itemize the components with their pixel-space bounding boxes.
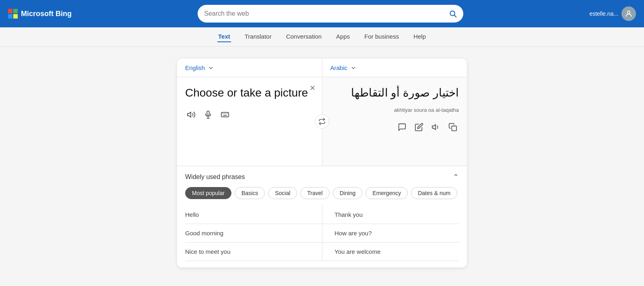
main-content: English Arabic Choose or take a picture …	[0, 47, 644, 280]
phrase-item[interactable]: Thank you	[322, 206, 459, 224]
edit-icon	[415, 123, 423, 132]
search-input[interactable]	[204, 10, 445, 17]
svg-rect-7	[221, 112, 229, 117]
target-text-phonetic: akhtiyar soura oa al-taqatha	[330, 107, 459, 113]
search-icon	[449, 10, 457, 18]
svg-marker-13	[432, 124, 436, 130]
tag-basics[interactable]: Basics	[235, 187, 265, 199]
source-text: Choose or take a picture	[185, 85, 314, 101]
source-lang-label: English	[185, 64, 205, 71]
nav-item-text[interactable]: Text	[217, 31, 231, 42]
lang-row: English Arabic	[177, 59, 467, 77]
tag-dining[interactable]: Dining	[333, 187, 363, 199]
source-speaker-button[interactable]	[185, 109, 197, 121]
phrases-section: Widely used phrases ⌃ Most popular Basic…	[177, 166, 467, 267]
target-lang-chevron-icon	[351, 65, 356, 71]
tag-emergency[interactable]: Emergency	[365, 187, 408, 199]
target-lang-label: Arabic	[330, 64, 348, 71]
target-speaker-button[interactable]	[430, 121, 442, 133]
target-copy-button[interactable]	[447, 121, 459, 133]
tag-most-popular[interactable]: Most popular	[185, 187, 231, 199]
source-lang-chevron-icon	[208, 65, 214, 71]
target-text-main: اختيار صورة أو التقاطها	[330, 85, 459, 101]
target-chat-button[interactable]	[396, 121, 408, 133]
svg-line-1	[454, 15, 456, 17]
source-toolbar	[185, 109, 314, 121]
phrases-collapse-button[interactable]: ⌃	[453, 173, 459, 181]
logo-text: Microsoft Bing	[21, 10, 72, 18]
target-speaker-icon	[431, 123, 440, 132]
user-name: estelle.na...	[589, 10, 618, 17]
nav-bar: Text Translator Conversation Apps For bu…	[0, 27, 644, 47]
search-bar-wrap	[78, 5, 583, 23]
nav-item-apps[interactable]: Apps	[335, 31, 351, 42]
keyboard-icon	[221, 110, 229, 119]
keyboard-button[interactable]	[219, 109, 231, 121]
phrase-item[interactable]: Hello	[185, 206, 322, 224]
tag-social[interactable]: Social	[268, 187, 297, 199]
user-icon	[625, 10, 633, 18]
svg-marker-3	[188, 112, 191, 117]
phrase-item[interactable]: Nice to meet you	[185, 243, 322, 261]
phrases-title: Widely used phrases	[185, 173, 245, 181]
translator-box: English Arabic Choose or take a picture …	[177, 59, 467, 267]
target-lang-select[interactable]: Arabic	[322, 59, 467, 77]
panels-wrap: Choose or take a picture ✕	[177, 77, 467, 166]
source-lang-select[interactable]: English	[177, 59, 322, 77]
phrase-item[interactable]: You are welcome	[322, 243, 459, 261]
source-panel: Choose or take a picture ✕	[177, 77, 322, 166]
target-panel: اختيار صورة أو التقاطها akhtiyar soura o…	[322, 77, 467, 166]
user-area: estelle.na...	[589, 6, 636, 21]
swap-languages-button[interactable]	[315, 114, 329, 129]
user-avatar[interactable]	[621, 6, 636, 21]
nav-item-help[interactable]: Help	[413, 31, 427, 42]
ms-logo-icon	[8, 9, 18, 19]
nav-item-for-business[interactable]: For business	[363, 31, 400, 42]
target-edit-button[interactable]	[413, 121, 425, 133]
chat-icon	[398, 123, 407, 132]
speaker-icon	[187, 110, 196, 119]
microphone-icon	[204, 110, 213, 119]
clear-button[interactable]: ✕	[310, 84, 316, 93]
phrase-list: Hello Thank you Good morning How are you…	[185, 206, 459, 261]
svg-point-2	[627, 11, 630, 14]
panels: Choose or take a picture ✕	[177, 77, 467, 166]
search-bar	[198, 5, 463, 23]
search-button[interactable]	[449, 10, 457, 18]
phrases-tags: Most popular Basics Social Travel Dining…	[185, 187, 459, 199]
copy-icon	[448, 123, 457, 132]
tag-travel[interactable]: Travel	[300, 187, 329, 199]
microphone-button[interactable]	[202, 109, 214, 121]
app-header: Microsoft Bing estelle.na...	[0, 0, 644, 27]
nav-item-translator[interactable]: Translator	[244, 31, 272, 42]
phrases-header: Widely used phrases ⌃	[185, 173, 459, 181]
phrase-item[interactable]: How are you?	[322, 224, 459, 243]
tag-dates-num[interactable]: Dates & num	[411, 187, 457, 199]
logo-area: Microsoft Bing	[8, 9, 72, 19]
svg-rect-4	[207, 111, 209, 115]
target-toolbar	[330, 121, 459, 133]
phrase-item[interactable]: Good morning	[185, 224, 322, 243]
svg-rect-14	[452, 126, 456, 131]
nav-item-conversation[interactable]: Conversation	[285, 31, 322, 42]
swap-icon	[318, 118, 326, 125]
